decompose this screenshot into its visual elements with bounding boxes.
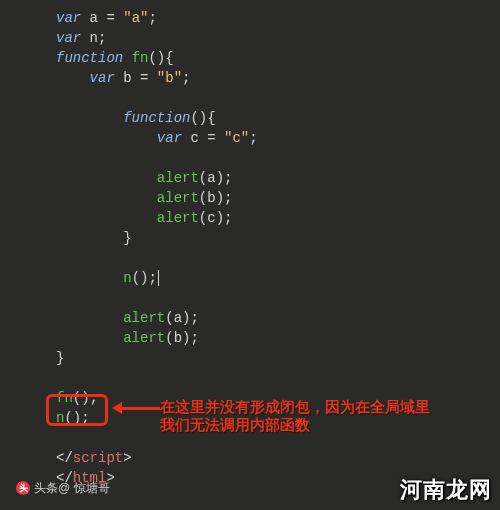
keyword-var: var [90, 70, 115, 86]
highlight-box [46, 394, 108, 426]
annotation-line1: 在这里并没有形成闭包，因为在全局域里 [160, 398, 460, 416]
annotation-line2: 我们无法调用内部函数 [160, 416, 460, 434]
call-n: n [123, 270, 131, 286]
keyword-var: var [56, 30, 81, 46]
text-cursor [158, 270, 159, 286]
call-alert: alert [157, 210, 199, 226]
close-tag-script: script [73, 450, 123, 466]
keyword-function: function [56, 50, 123, 66]
annotation-callout: 在这里并没有形成闭包，因为在全局域里 我们无法调用内部函数 [160, 398, 460, 434]
keyword-var: var [157, 130, 182, 146]
watermark-left-prefix: 头条@ [34, 478, 70, 498]
watermark-left-name: 惊塘哥 [74, 478, 110, 498]
call-alert: alert [157, 190, 199, 206]
watermark-left: 头 头条@惊塘哥 [16, 478, 110, 498]
keyword-var: var [56, 10, 81, 26]
function-name-fn: fn [132, 50, 149, 66]
call-alert: alert [123, 330, 165, 346]
keyword-function: function [123, 110, 190, 126]
toutiao-icon: 头 [16, 481, 30, 495]
arrow-icon [120, 405, 160, 407]
call-alert: alert [157, 170, 199, 186]
call-alert: alert [123, 310, 165, 326]
code-editor: var a = "a"; var n; function fn(){ var b… [0, 0, 500, 510]
watermark-right: 河南龙网 [400, 480, 492, 500]
